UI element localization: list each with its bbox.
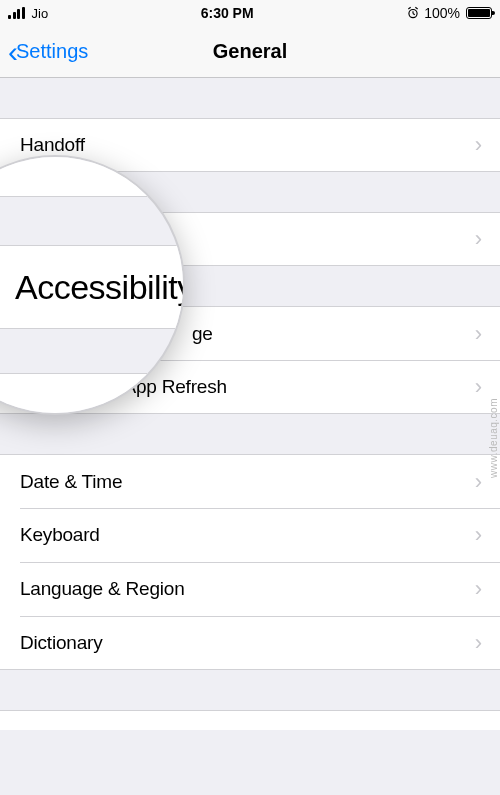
chevron-right-icon: › xyxy=(475,321,482,347)
chevron-right-icon: › xyxy=(475,630,482,656)
battery-icon xyxy=(466,7,492,19)
chevron-right-icon: › xyxy=(475,132,482,158)
svg-line-4 xyxy=(416,7,418,9)
clock-label: 6:30 PM xyxy=(201,5,254,21)
row-label: Handoff xyxy=(20,134,85,156)
chevron-right-icon: › xyxy=(475,576,482,602)
row-cutoff[interactable] xyxy=(0,710,500,730)
row-dictionary[interactable]: Dictionary › xyxy=(0,616,500,670)
carrier-label: Jio xyxy=(32,6,49,21)
navigation-bar: ‹ Settings General xyxy=(0,26,500,78)
row-date-time[interactable]: Date & Time › xyxy=(0,454,500,508)
chevron-right-icon: › xyxy=(475,522,482,548)
status-left: Jio xyxy=(8,6,48,21)
svg-line-2 xyxy=(413,14,415,15)
section-spacer xyxy=(0,670,500,710)
status-right: 100% xyxy=(406,5,492,21)
status-bar: Jio 6:30 PM 100% xyxy=(0,0,500,26)
section-spacer xyxy=(0,414,500,454)
back-button[interactable]: ‹ Settings xyxy=(0,37,88,67)
back-label: Settings xyxy=(16,40,88,63)
signal-icon xyxy=(8,7,25,19)
chevron-right-icon: › xyxy=(475,226,482,252)
watermark: www.deuaq.com xyxy=(489,398,500,478)
section-spacer xyxy=(0,78,500,118)
chevron-right-icon: › xyxy=(475,469,482,495)
alarm-icon xyxy=(406,6,420,20)
chevron-right-icon: › xyxy=(475,374,482,400)
row-keyboard[interactable]: Keyboard › xyxy=(0,508,500,562)
row-language-region[interactable]: Language & Region › xyxy=(0,562,500,616)
row-label: Keyboard xyxy=(20,524,100,546)
row-label: Dictionary xyxy=(20,632,102,654)
magnified-label: Accessibility xyxy=(15,268,185,307)
row-label: Date & Time xyxy=(20,471,122,493)
svg-line-3 xyxy=(409,7,411,9)
row-label: Language & Region xyxy=(20,578,185,600)
battery-percent-label: 100% xyxy=(424,5,460,21)
